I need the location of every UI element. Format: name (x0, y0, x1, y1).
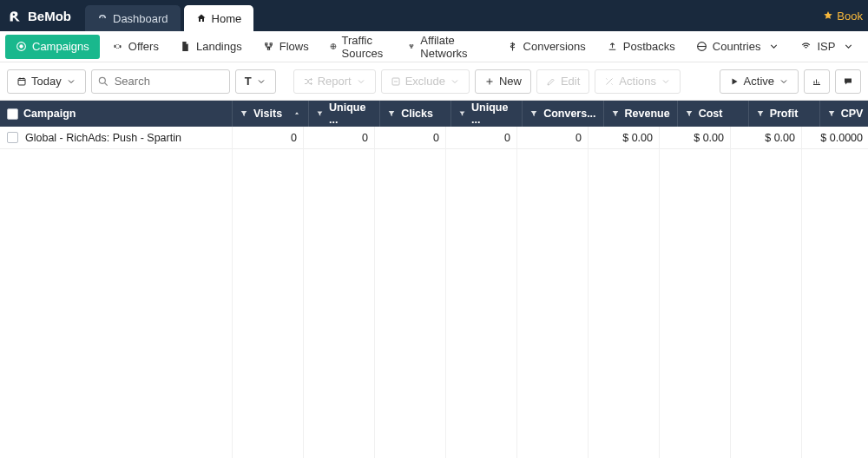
date-range-button[interactable]: Today (7, 69, 86, 94)
nav-landings[interactable]: Landings (169, 35, 253, 59)
cell-convers: 0 (575, 132, 582, 144)
calendar-icon (16, 76, 27, 87)
nav-conversions[interactable]: Conversions (496, 35, 596, 59)
chart-icon (812, 76, 822, 87)
th-profit[interactable]: Profit (749, 101, 820, 127)
cell-revenue: $ 0.00 (622, 132, 653, 144)
th-convers[interactable]: Convers... (523, 101, 603, 127)
new-button[interactable]: New (475, 69, 531, 94)
shuffle-icon (303, 76, 313, 87)
th-unique2[interactable]: Unique ... (451, 101, 523, 127)
table-body: Global - RichAds: Push - Spartin 0 0 0 0… (0, 127, 868, 458)
dollar-icon (507, 41, 518, 52)
file-icon (180, 41, 191, 52)
upload-icon (607, 41, 618, 52)
sort-asc-icon (293, 109, 301, 118)
star-icon (823, 10, 833, 21)
network-icon (408, 41, 415, 52)
nav-countries-label: Countries (713, 40, 761, 53)
cell-unique1: 0 (362, 132, 368, 144)
filter-icon (458, 109, 466, 118)
th-revenue[interactable]: Revenue (604, 101, 678, 127)
th-unique2-label: Unique ... (471, 101, 515, 126)
tab-home[interactable]: Home (184, 5, 254, 31)
plus-icon (484, 76, 495, 87)
exclude-label: Exclude (405, 75, 445, 88)
toolbar: Today T Report Exclude New Edit Actions … (0, 62, 868, 101)
nav-devices[interactable]: Devices (865, 35, 868, 59)
edit-label: Edit (561, 75, 580, 88)
nav-isp-label: ISP (817, 40, 835, 53)
nav-aff[interactable]: Affilate Networks (398, 35, 482, 59)
table-row[interactable]: Global - RichAds: Push - Spartin 0 0 0 0… (0, 127, 868, 149)
th-convers-label: Convers... (543, 108, 595, 120)
cell-visits: 0 (291, 132, 297, 144)
th-visits[interactable]: Visits (233, 101, 309, 127)
comment-icon (843, 76, 853, 87)
tab-dashboard-label: Dashboard (113, 12, 168, 25)
book-link[interactable]: Book (818, 0, 868, 31)
svg-point-1 (19, 44, 23, 48)
filter-icon (827, 109, 836, 118)
nav-offers[interactable]: Offers (102, 35, 169, 59)
edit-button: Edit (536, 69, 589, 94)
chevron-down-icon (768, 41, 779, 52)
new-label: New (499, 75, 522, 88)
wand-icon (604, 76, 615, 87)
status-filter-button[interactable]: Active (720, 69, 799, 94)
cell-cpv: $ 0.0000 (820, 132, 863, 144)
th-clicks-label: Clicks (401, 108, 433, 120)
select-all-checkbox[interactable] (7, 108, 18, 120)
svg-point-8 (99, 77, 105, 83)
chevron-down-icon (779, 76, 789, 87)
pencil-icon (546, 76, 556, 87)
book-label: Book (837, 10, 863, 23)
brand: BeMob (0, 0, 80, 31)
filter-icon (685, 109, 694, 118)
chart-button[interactable] (804, 69, 830, 94)
th-visits-label: Visits (253, 108, 282, 120)
home-icon (196, 13, 207, 23)
comment-button[interactable] (835, 69, 861, 94)
exclude-icon (391, 76, 401, 87)
row-checkbox[interactable] (7, 132, 18, 143)
text-filter-button[interactable]: T (235, 69, 276, 94)
nav-countries[interactable]: Countries (686, 35, 791, 59)
gear-icon (112, 41, 123, 52)
cell-profit: $ 0.00 (765, 132, 795, 144)
th-clicks[interactable]: Clicks (380, 101, 451, 127)
report-label: Report (318, 75, 352, 88)
dashboard-icon (97, 13, 108, 23)
th-cpv[interactable]: CPV (820, 101, 868, 127)
target-icon (16, 41, 27, 52)
search-input[interactable] (91, 69, 230, 94)
tab-home-label: Home (212, 12, 242, 25)
chevron-down-icon (356, 76, 366, 87)
th-cost[interactable]: Cost (678, 101, 749, 127)
nav-campaigns[interactable]: Campaigns (5, 35, 100, 59)
filter-icon (756, 109, 765, 118)
nav-aff-label: Affilate Networks (420, 34, 471, 60)
chevron-down-icon (66, 76, 76, 87)
tab-dashboard[interactable]: Dashboard (85, 5, 181, 31)
cell-clicks: 0 (433, 132, 439, 144)
th-cost-label: Cost (699, 108, 723, 120)
flow-icon (263, 41, 274, 52)
chevron-down-icon (256, 76, 266, 87)
cell-campaign: Global - RichAds: Push - Spartin (25, 132, 181, 144)
chevron-down-icon (450, 76, 460, 87)
nav-postbacks-label: Postbacks (623, 40, 675, 53)
nav-flows[interactable]: Flows (253, 35, 319, 59)
th-campaign[interactable]: Campaign (0, 101, 233, 127)
th-unique1[interactable]: Unique ... (309, 101, 380, 127)
cell-cost: $ 0.00 (694, 132, 724, 144)
th-unique1-label: Unique ... (329, 101, 372, 126)
nav-traffic[interactable]: Traffic Sources (319, 35, 398, 59)
nav-isp[interactable]: ISP (790, 35, 865, 59)
nav-postbacks[interactable]: Postbacks (596, 35, 686, 59)
globe-icon (330, 41, 337, 52)
nav-traffic-label: Traffic Sources (342, 34, 388, 60)
filter-icon (387, 109, 396, 118)
filter-icon (240, 109, 248, 118)
nav-conv-label: Conversions (523, 40, 586, 53)
